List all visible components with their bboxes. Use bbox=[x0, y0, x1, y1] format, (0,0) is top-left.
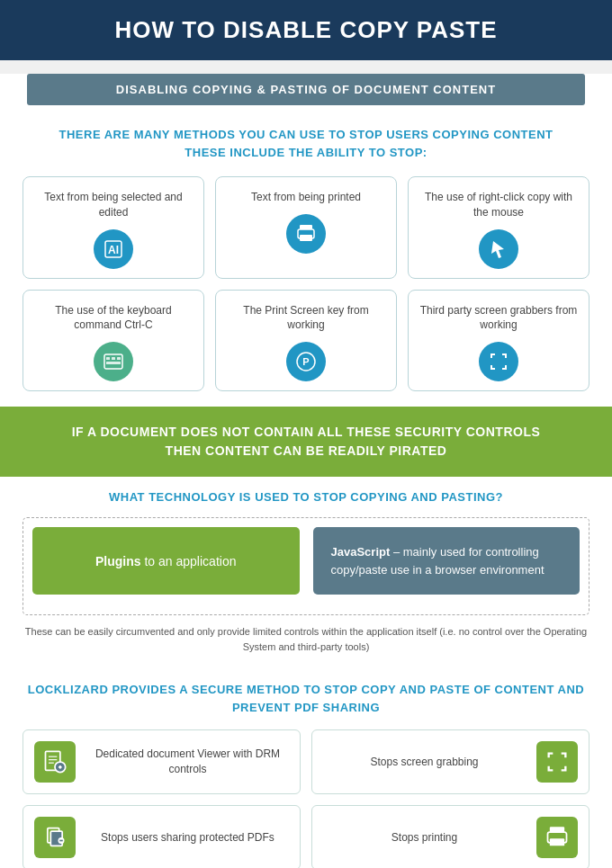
subtitle-line1: THERE ARE MANY METHODS YOU CAN USE TO ST… bbox=[18, 126, 594, 144]
svg-point-5 bbox=[310, 231, 313, 234]
card-4: The use of the keyboard command Ctrl-C bbox=[22, 290, 204, 392]
feature-text-viewer: Dedicated document Viewer with DRM contr… bbox=[86, 747, 289, 777]
tech-box-plugins: Plugins to an application bbox=[32, 527, 300, 595]
card-2: Text from being printed bbox=[215, 176, 397, 279]
green-line2: THEN CONTENT CAN BE READILY PIRATED bbox=[27, 442, 585, 461]
svg-text:AI: AI bbox=[108, 244, 119, 256]
svg-rect-8 bbox=[112, 357, 115, 360]
svg-rect-10 bbox=[106, 362, 121, 364]
header-title: HOW TO DISABLE COPY PASTE bbox=[114, 16, 497, 43]
locklizard-section-title: LOCKLIZARD PROVIDES A SECURE METHOD TO S… bbox=[0, 667, 612, 725]
feature-card-viewer: Dedicated document Viewer with DRM contr… bbox=[22, 729, 301, 794]
plugins-suffix: to an application bbox=[141, 554, 237, 568]
card-6-icon bbox=[479, 342, 518, 381]
card-3-text: The use of right-click copy with the mou… bbox=[418, 190, 580, 220]
feature-card-screen-grabbing: Stops screen grabbing bbox=[311, 729, 590, 794]
green-section: IF A DOCUMENT DOES NOT CONTAIN ALL THESE… bbox=[0, 407, 612, 477]
card-1-text: Text from being selected and edited bbox=[32, 190, 194, 220]
feature-card-printing: Stops printing bbox=[311, 805, 590, 868]
technology-section: WHAT TECHNOLOGY IS USED TO STOP COPYING … bbox=[0, 477, 612, 667]
feature-card-sharing: Stops users sharing protected PDFs bbox=[22, 805, 301, 868]
tech-boxes: Plugins to an application JavaScript – m… bbox=[32, 527, 580, 595]
card-1-icon: AI bbox=[94, 229, 133, 269]
card-4-text: The use of the keyboard command Ctrl-C bbox=[32, 303, 194, 334]
card-3-icon bbox=[479, 229, 518, 269]
card-5-text: The Print Screen key from working bbox=[225, 303, 387, 334]
page-header: HOW TO DISABLE COPY PASTE bbox=[0, 0, 612, 60]
feature-icon-screen-grabbing bbox=[536, 741, 578, 783]
feature-text-screen-grabbing: Stops screen grabbing bbox=[323, 755, 526, 770]
feature-text-printing: Stops printing bbox=[323, 830, 526, 846]
svg-rect-7 bbox=[106, 357, 110, 360]
svg-rect-9 bbox=[117, 357, 121, 360]
card-3: The use of right-click copy with the mou… bbox=[408, 176, 590, 279]
feature-grid: Dedicated document Viewer with DRM contr… bbox=[0, 725, 612, 868]
card-6: Third party screen grabbers from working bbox=[408, 290, 590, 392]
subtitle: THERE ARE MANY METHODS YOU CAN USE TO ST… bbox=[0, 119, 612, 166]
feature-icon-viewer bbox=[34, 741, 76, 783]
svg-rect-4 bbox=[300, 235, 312, 241]
card-6-text: Third party screen grabbers from working bbox=[418, 303, 580, 334]
stop-cards-grid: Text from being selected and edited AI T… bbox=[0, 166, 612, 402]
banner-text: DISABLING COPYING & PASTING OF DOCUMENT … bbox=[116, 83, 496, 96]
tech-outer-box: Plugins to an application JavaScript – m… bbox=[22, 517, 590, 615]
svg-rect-26 bbox=[550, 838, 564, 846]
subtitle-line2: THESE INCLUDE THE ABILITY TO STOP: bbox=[18, 144, 594, 162]
feature-icon-sharing bbox=[34, 817, 76, 858]
svg-point-27 bbox=[562, 835, 565, 838]
js-bold: JavaScript bbox=[331, 545, 391, 559]
feature-icon-printing bbox=[536, 817, 578, 858]
tech-box-javascript: JavaScript – mainly used for controlling… bbox=[313, 527, 580, 595]
tech-note: These can be easily circumvented and onl… bbox=[22, 624, 590, 654]
tech-title: WHAT TECHNOLOGY IS USED TO STOP COPYING … bbox=[22, 490, 590, 504]
card-5-icon: P bbox=[286, 342, 326, 381]
banner: DISABLING COPYING & PASTING OF DOCUMENT … bbox=[27, 74, 585, 105]
card-5: The Print Screen key from working P bbox=[215, 290, 397, 392]
card-2-icon bbox=[286, 214, 326, 254]
feature-text-sharing: Stops users sharing protected PDFs bbox=[86, 830, 289, 846]
green-line1: IF A DOCUMENT DOES NOT CONTAIN ALL THESE… bbox=[27, 423, 585, 442]
svg-text:P: P bbox=[302, 356, 309, 367]
card-2-text: Text from being printed bbox=[251, 190, 361, 205]
main-content: DISABLING COPYING & PASTING OF DOCUMENT … bbox=[0, 74, 612, 868]
card-1: Text from being selected and edited AI bbox=[22, 176, 204, 279]
card-4-icon bbox=[94, 342, 133, 381]
locklizard-title-text: LOCKLIZARD PROVIDES A SECURE METHOD TO S… bbox=[28, 683, 584, 714]
plugins-bold: Plugins bbox=[95, 554, 141, 568]
